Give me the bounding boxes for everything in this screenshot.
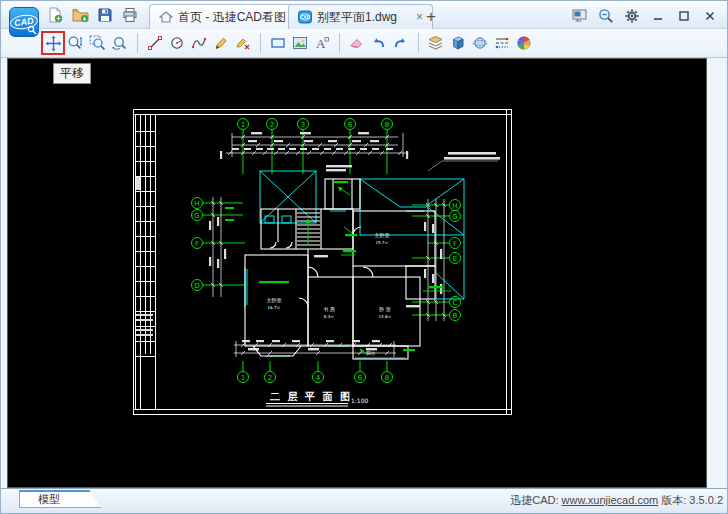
app-window: CAD (0, 0, 728, 514)
svg-text:F: F (453, 240, 457, 248)
svg-text:G: G (194, 212, 199, 220)
svg-text:主卧室: 主卧室 (267, 297, 282, 303)
save-icon[interactable] (96, 6, 114, 24)
undo-icon[interactable] (368, 32, 389, 55)
svg-text:G: G (452, 213, 457, 221)
zoom-dynamic-icon[interactable] (65, 32, 86, 55)
cad-file-icon: CAD (298, 10, 312, 24)
svg-text:8: 8 (385, 374, 389, 382)
svg-text:8: 8 (385, 121, 389, 129)
quick-access-toolbar (46, 6, 164, 24)
axis-right: H G F E C B (412, 199, 461, 321)
svg-text:1: 1 (241, 374, 245, 382)
svg-text:E: E (453, 255, 457, 263)
svg-text:主卧室: 主卧室 (375, 232, 390, 238)
tooltip: 平移 (53, 63, 91, 84)
svg-text:4: 4 (316, 374, 321, 382)
tab-document-label: 别墅平面1.dwg (317, 9, 397, 26)
svg-text:D: D (194, 282, 199, 290)
svg-text:B: B (453, 312, 458, 320)
svg-text:6: 6 (358, 374, 363, 382)
svg-text:1: 1 (241, 121, 245, 129)
svg-text:14.8㎡: 14.8㎡ (379, 314, 392, 319)
svg-text:1:100: 1:100 (351, 397, 368, 404)
drawing-title: 二 层 平 面 图 1:100 (266, 391, 368, 406)
website-link[interactable]: www.xunjiecad.com (562, 494, 659, 506)
svg-text:CAD: CAD (300, 15, 310, 20)
redo-icon[interactable] (390, 32, 411, 55)
model-tab[interactable]: 模型 (19, 490, 101, 508)
new-file-icon[interactable] (46, 6, 64, 24)
cube-icon[interactable] (447, 32, 468, 55)
close-icon[interactable] (701, 7, 718, 24)
pan-icon[interactable] (43, 32, 64, 55)
text-icon[interactable]: A (311, 32, 332, 55)
settings-gear-icon[interactable] (623, 7, 640, 24)
rectangle-icon[interactable] (267, 32, 288, 55)
roof-outlines (245, 171, 464, 358)
titlebar-right-controls (571, 7, 718, 24)
app-logo[interactable]: CAD (9, 7, 39, 37)
svg-text:卧 室: 卧 室 (379, 306, 391, 312)
svg-text:15.7㎡: 15.7㎡ (376, 240, 389, 245)
status-bar: 模型 迅捷CAD: www.xunjiecad.com 版本: 3.5.0.2 (1, 488, 728, 511)
tab-home-label: 首页 - 迅捷CAD看图 (178, 9, 286, 26)
layers-icon[interactable] (425, 32, 446, 55)
status-info: 迅捷CAD: www.xunjiecad.com 版本: 3.5.0.2 (510, 493, 723, 508)
cad-drawing: 1 2 3 6 8 (8, 59, 706, 487)
view-3d-icon[interactable] (469, 32, 490, 55)
measure-circle-icon[interactable] (166, 32, 187, 55)
svg-text:H: H (194, 200, 199, 208)
colors-icon[interactable] (513, 32, 534, 55)
markup-icon[interactable] (232, 32, 253, 55)
drawing-canvas[interactable]: 1 2 3 6 8 (7, 58, 707, 488)
svg-text:二 层 平 面 图: 二 层 平 面 图 (270, 391, 352, 402)
brand-label: 迅捷CAD: (510, 494, 558, 506)
svg-text:C: C (453, 299, 458, 307)
spline-icon[interactable] (188, 32, 209, 55)
svg-text:H: H (452, 202, 457, 210)
svg-text:阳台: 阳台 (367, 351, 376, 356)
svg-text:2: 2 (270, 121, 274, 129)
screenshot-icon[interactable] (571, 7, 588, 24)
small-text-blobs (314, 152, 500, 307)
linetype-icon[interactable] (491, 32, 512, 55)
zoom-previous-icon[interactable] (109, 32, 130, 55)
axis-left: H G F D (192, 197, 246, 297)
svg-text:F: F (195, 240, 199, 248)
title-bar: CAD (1, 1, 728, 29)
measure-line-icon[interactable] (144, 32, 165, 55)
pencil-icon[interactable] (210, 32, 231, 55)
main-toolbar: A (1, 29, 728, 58)
version-label: 版本: (661, 494, 686, 506)
print-icon[interactable] (121, 6, 139, 24)
tab-home[interactable]: 首页 - 迅捷CAD看图 (149, 4, 296, 29)
svg-text:3: 3 (301, 121, 305, 129)
svg-text:6: 6 (348, 121, 353, 129)
svg-text:16.7㎡: 16.7㎡ (268, 305, 281, 310)
image-icon[interactable] (289, 32, 310, 55)
tab-document[interactable]: CAD 别墅平面1.dwg × (288, 4, 433, 29)
minimize-icon[interactable] (649, 7, 666, 24)
floorplan-walls (245, 179, 435, 359)
svg-text:8.4㎡: 8.4㎡ (324, 314, 334, 319)
axis-top: 1 2 3 6 8 (220, 119, 408, 175)
zoom-window-icon[interactable] (87, 32, 108, 55)
svg-text:书 房: 书 房 (323, 306, 335, 312)
magnifier-glyph (27, 25, 37, 35)
room-labels: 主卧室 15.7㎡ 主卧室 16.7㎡ 书 房 8.4㎡ 卧 室 14.8㎡ 阳… (267, 232, 392, 356)
eraser-icon[interactable] (346, 32, 367, 55)
canvas-gutter: 1 2 3 6 8 (1, 58, 728, 488)
svg-text:2: 2 (268, 374, 272, 382)
home-icon (159, 10, 173, 24)
new-tab-button[interactable]: + (421, 7, 441, 27)
open-folder-icon[interactable] (71, 6, 89, 24)
maximize-icon[interactable] (675, 7, 692, 24)
version-value: 3.5.0.2 (689, 494, 723, 506)
zoom-out-icon[interactable] (597, 7, 614, 24)
